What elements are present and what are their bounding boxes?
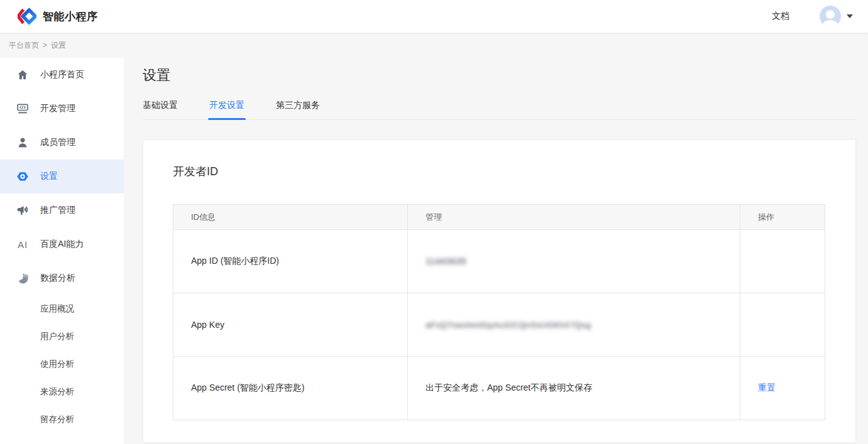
sidebar-subitem-app-overview[interactable]: 应用概况 <box>0 295 124 323</box>
sidebar-item-dev[interactable]: 开发管理 <box>0 92 124 126</box>
pie-icon <box>16 272 29 284</box>
brand-name: 智能小程序 <box>43 9 98 24</box>
gear-icon <box>16 170 29 183</box>
sidebar-subitem-usage-analysis[interactable]: 使用分析 <box>0 350 124 378</box>
sidebar-item-label: 设置 <box>40 171 58 182</box>
table-row-app-id: App ID (智能小程序ID) 11443635 <box>173 230 825 293</box>
avatar-shoulders-shape <box>823 20 838 27</box>
card-heading: 开发者ID <box>173 164 826 179</box>
sidebar-item-home[interactable]: 小程序首页 <box>0 58 124 92</box>
sidebar-item-analytics[interactable]: 数据分析 <box>0 261 124 295</box>
breadcrumb: 平台首页 > 设置 <box>0 33 868 58</box>
tab-dev-settings[interactable]: 开发设置 <box>209 100 244 119</box>
sidebar-subitem-retention-analysis[interactable]: 留存分析 <box>0 406 124 433</box>
row-label: App ID (智能小程序ID) <box>173 230 408 293</box>
sidebar-item-ai[interactable]: AI 百度AI能力 <box>0 227 124 261</box>
table-row-app-secret: App Secret (智能小程序密匙) 出于安全考虑，App Secret不再… <box>173 357 825 420</box>
code-icon <box>16 102 29 115</box>
sidebar-item-label: 成员管理 <box>40 137 75 148</box>
tab-bar: 基础设置 开发设置 第三方服务 <box>143 100 856 120</box>
column-header-manage: 管理 <box>408 205 740 230</box>
sidebar-item-label: 开发管理 <box>40 103 75 114</box>
sidebar-subitem-user-analysis[interactable]: 用户分析 <box>0 323 124 350</box>
breadcrumb-home[interactable]: 平台首页 <box>9 40 39 51</box>
sidebar-item-label: 数据分析 <box>40 273 75 284</box>
developer-id-card: 开发者ID ID信息 管理 操作 App ID (智能小程序ID) 114436… <box>143 139 856 443</box>
sidebar-item-members[interactable]: 成员管理 <box>0 126 124 160</box>
megaphone-icon <box>16 204 29 217</box>
home-icon <box>16 68 29 81</box>
table-row-app-key: App Key aFsQ7nwshmtGpAs32CQnSxUGKhX7Qsg <box>173 293 825 357</box>
tab-basic-settings[interactable]: 基础设置 <box>143 100 178 119</box>
sidebar: 小程序首页 开发管理 成员管理 <box>0 58 124 444</box>
column-header-action: 操作 <box>740 205 825 230</box>
avatar[interactable] <box>820 6 841 27</box>
row-action-empty <box>740 230 825 293</box>
breadcrumb-separator: > <box>43 41 47 50</box>
ai-icon: AI <box>16 238 29 251</box>
app-key-value: aFsQ7nwshmtGpAs32CQnSxUGKhX7Qsg <box>426 320 591 330</box>
developer-id-table: ID信息 管理 操作 App ID (智能小程序ID) 11443635 App… <box>173 204 825 420</box>
sidebar-item-settings[interactable]: 设置 <box>0 160 124 193</box>
row-label: App Secret (智能小程序密匙) <box>173 357 408 420</box>
sidebar-item-label: 小程序首页 <box>40 69 84 80</box>
reset-link[interactable]: 重置 <box>758 382 776 393</box>
sidebar-subitem-source-analysis[interactable]: 来源分析 <box>0 378 124 406</box>
tab-third-party[interactable]: 第三方服务 <box>276 100 320 119</box>
app-secret-note: 出于安全考虑，App Secret不再被明文保存 <box>408 357 740 420</box>
page-title: 设置 <box>143 66 856 85</box>
column-header-id-info: ID信息 <box>173 205 408 230</box>
avatar-head-shape <box>826 10 835 19</box>
breadcrumb-current: 设置 <box>51 40 66 51</box>
chevron-down-icon[interactable] <box>847 14 853 18</box>
sidebar-item-label: 百度AI能力 <box>40 239 84 250</box>
brand[interactable]: 智能小程序 <box>18 8 98 25</box>
table-header-row: ID信息 管理 操作 <box>173 205 825 230</box>
row-action-empty <box>740 293 825 357</box>
member-icon <box>16 136 29 149</box>
sidebar-item-promotion[interactable]: 推广管理 <box>0 193 124 227</box>
sidebar-item-label: 推广管理 <box>40 205 75 216</box>
brand-logo-icon <box>18 8 36 25</box>
doc-link[interactable]: 文档 <box>772 11 789 22</box>
row-label: App Key <box>173 293 408 357</box>
main-content: 设置 基础设置 开发设置 第三方服务 开发者ID ID信息 管理 操作 <box>124 58 868 444</box>
app-id-value: 11443635 <box>426 256 466 266</box>
top-header: 智能小程序 文档 <box>0 0 868 33</box>
